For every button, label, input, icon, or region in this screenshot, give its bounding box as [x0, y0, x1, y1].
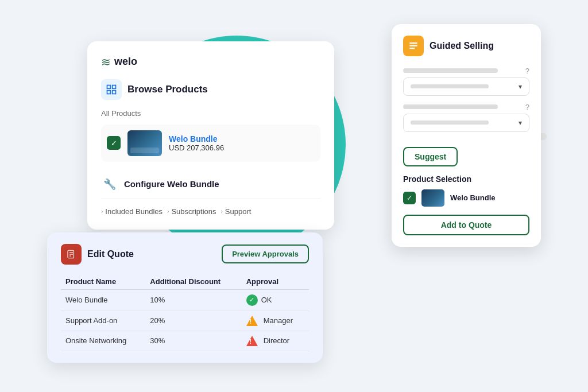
approval-label: Director: [264, 336, 290, 345]
selection-product-name: Welo Bundle: [450, 193, 495, 202]
field-placeholder-2: [403, 104, 498, 109]
field-dropdown-1[interactable]: ▾: [403, 77, 529, 96]
scene: ≋ welo Browse Products All Products ✓ We…: [36, 18, 552, 374]
table-row: Welo Bundle 10% ✓ OK: [61, 289, 309, 311]
approval-label: OK: [261, 296, 272, 304]
col-header-approval: Approval: [242, 274, 309, 290]
guided-selling-header: Guided Selling: [403, 36, 529, 56]
question-mark-icon-1: ?: [525, 67, 529, 75]
product-name-cell: Onsite Networking: [61, 331, 145, 351]
product-price: USD 207,306.96: [169, 143, 224, 152]
edit-quote-icon: [61, 244, 82, 265]
tab-label: Support: [225, 207, 252, 216]
browse-header: Browse Products: [101, 79, 320, 100]
chevron-icon: ›: [101, 208, 103, 215]
guided-selling-card: Guided Selling ? ▾ ? ▾ Suggest Product: [392, 24, 541, 247]
edit-quote-title: Edit Quote: [87, 249, 134, 259]
svg-rect-4: [409, 42, 417, 44]
table-row: Support Add-on 20% Manager: [61, 311, 309, 331]
product-name: Welo Bundle: [169, 134, 224, 143]
edit-quote-left: Edit Quote: [61, 244, 134, 265]
product-info: Welo Bundle USD 207,306.96: [169, 134, 224, 152]
tab-included-bundles[interactable]: › Included Bundles: [101, 207, 163, 216]
product-row: ✓ Welo Bundle USD 207,306.96: [101, 125, 320, 162]
preview-approvals-button[interactable]: Preview Approvals: [222, 244, 309, 263]
field-label-row-2: ?: [403, 103, 529, 111]
svg-rect-1: [113, 85, 116, 88]
col-header-discount: Additional Discount: [145, 274, 241, 290]
question-mark-icon-2: ?: [525, 103, 529, 111]
selection-thumbnail: [421, 189, 444, 207]
dropdown-arrow-icon-1: ▾: [519, 83, 522, 91]
discount-cell: 10%: [145, 289, 241, 311]
guided-selling-title: Guided Selling: [430, 41, 494, 51]
approval-cell: Manager: [242, 311, 309, 331]
configure-row: 🔧 Configure Welo Bundle: [101, 170, 320, 199]
browse-products-icon: [101, 79, 122, 100]
browse-products-title: Browse Products: [127, 84, 208, 95]
field-label-row-1: ?: [403, 67, 529, 75]
field-dropdown-2[interactable]: ▾: [403, 114, 529, 132]
product-thumbnail: [127, 130, 162, 156]
configure-icon: 🔧: [101, 176, 118, 193]
guided-selling-icon: [403, 36, 424, 56]
logo-text: welo: [114, 56, 137, 68]
col-header-product: Product Name: [61, 274, 145, 290]
product-name-cell: Welo Bundle: [61, 289, 145, 311]
field-group-2: ? ▾: [403, 103, 529, 132]
tab-label: Subscriptions: [171, 207, 216, 216]
logo: ≋ welo: [101, 55, 320, 69]
approval-error-icon: [246, 336, 258, 346]
tab-label: Included Bundles: [105, 207, 163, 216]
field-group-1: ? ▾: [403, 67, 529, 96]
logo-icon: ≋: [101, 55, 111, 69]
configure-title: Configure Welo Bundle: [124, 179, 219, 189]
approval-cell: Director: [242, 331, 309, 351]
approval-cell: ✓ OK: [242, 289, 309, 311]
approval-ok-icon: ✓: [246, 294, 258, 306]
add-to-quote-button[interactable]: Add to Quote: [403, 215, 529, 235]
svg-rect-3: [113, 90, 116, 94]
product-name-cell: Support Add-on: [61, 311, 145, 331]
approval-label: Manager: [264, 316, 293, 325]
suggest-button[interactable]: Suggest: [403, 147, 458, 166]
browse-products-card: ≋ welo Browse Products All Products ✓ We…: [87, 41, 334, 230]
tab-support[interactable]: › Support: [220, 207, 251, 216]
selection-checkbox[interactable]: ✓: [403, 192, 416, 204]
approval-warn-icon: [246, 316, 258, 326]
table-row: Onsite Networking 30% Director: [61, 331, 309, 351]
tabs-row: › Included Bundles › Subscriptions › Sup…: [101, 207, 320, 216]
discount-cell: 30%: [145, 331, 241, 351]
field-placeholder-1: [403, 68, 498, 73]
dropdown-placeholder-2: [411, 121, 489, 125]
chevron-icon: ›: [220, 208, 222, 215]
discount-cell: 20%: [145, 311, 241, 331]
all-products-label: All Products: [101, 109, 320, 118]
svg-rect-6: [409, 48, 415, 49]
tab-subscriptions[interactable]: › Subscriptions: [167, 207, 216, 216]
edit-quote-card: Edit Quote Preview Approvals Product Nam…: [47, 232, 323, 363]
product-selection-label: Product Selection: [403, 174, 529, 184]
svg-rect-0: [107, 85, 111, 88]
selection-row: ✓ Welo Bundle: [403, 189, 529, 207]
edit-quote-header: Edit Quote Preview Approvals: [61, 244, 309, 265]
dropdown-placeholder-1: [411, 84, 489, 88]
chevron-icon: ›: [167, 208, 169, 215]
product-checkbox[interactable]: ✓: [107, 136, 121, 150]
quote-table: Product Name Additional Discount Approva…: [61, 274, 309, 351]
dropdown-arrow-icon-2: ▾: [519, 119, 522, 127]
svg-rect-2: [107, 90, 111, 94]
svg-rect-5: [409, 45, 417, 46]
